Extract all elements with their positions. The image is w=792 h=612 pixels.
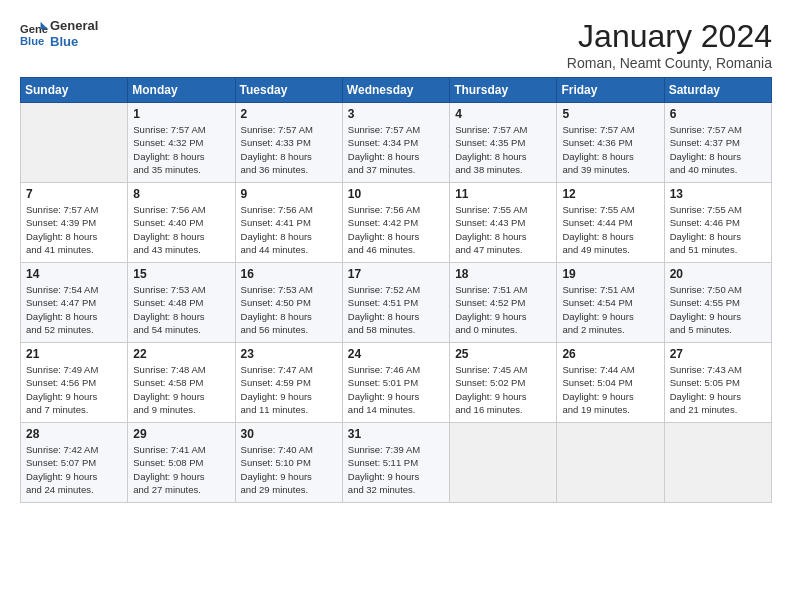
day-cell: 18Sunrise: 7:51 AM Sunset: 4:52 PM Dayli… (450, 263, 557, 343)
day-number: 26 (562, 347, 658, 361)
weekday-header-saturday: Saturday (664, 78, 771, 103)
header: General Blue General Blue January 2024 R… (20, 18, 772, 71)
day-info: Sunrise: 7:57 AM Sunset: 4:32 PM Dayligh… (133, 123, 229, 176)
day-info: Sunrise: 7:56 AM Sunset: 4:42 PM Dayligh… (348, 203, 444, 256)
weekday-header-sunday: Sunday (21, 78, 128, 103)
day-cell: 22Sunrise: 7:48 AM Sunset: 4:58 PM Dayli… (128, 343, 235, 423)
day-cell: 24Sunrise: 7:46 AM Sunset: 5:01 PM Dayli… (342, 343, 449, 423)
day-cell: 31Sunrise: 7:39 AM Sunset: 5:11 PM Dayli… (342, 423, 449, 503)
day-cell: 27Sunrise: 7:43 AM Sunset: 5:05 PM Dayli… (664, 343, 771, 423)
day-cell: 9Sunrise: 7:56 AM Sunset: 4:41 PM Daylig… (235, 183, 342, 263)
day-number: 10 (348, 187, 444, 201)
day-info: Sunrise: 7:43 AM Sunset: 5:05 PM Dayligh… (670, 363, 766, 416)
day-cell: 17Sunrise: 7:52 AM Sunset: 4:51 PM Dayli… (342, 263, 449, 343)
day-cell: 15Sunrise: 7:53 AM Sunset: 4:48 PM Dayli… (128, 263, 235, 343)
day-number: 31 (348, 427, 444, 441)
day-cell: 11Sunrise: 7:55 AM Sunset: 4:43 PM Dayli… (450, 183, 557, 263)
day-number: 9 (241, 187, 337, 201)
day-info: Sunrise: 7:47 AM Sunset: 4:59 PM Dayligh… (241, 363, 337, 416)
day-number: 20 (670, 267, 766, 281)
day-info: Sunrise: 7:42 AM Sunset: 5:07 PM Dayligh… (26, 443, 122, 496)
day-number: 30 (241, 427, 337, 441)
day-number: 11 (455, 187, 551, 201)
day-info: Sunrise: 7:51 AM Sunset: 4:52 PM Dayligh… (455, 283, 551, 336)
day-info: Sunrise: 7:39 AM Sunset: 5:11 PM Dayligh… (348, 443, 444, 496)
day-cell: 1Sunrise: 7:57 AM Sunset: 4:32 PM Daylig… (128, 103, 235, 183)
weekday-header-friday: Friday (557, 78, 664, 103)
day-cell: 5Sunrise: 7:57 AM Sunset: 4:36 PM Daylig… (557, 103, 664, 183)
day-number: 4 (455, 107, 551, 121)
logo: General Blue General Blue (20, 18, 98, 49)
day-number: 14 (26, 267, 122, 281)
day-cell: 6Sunrise: 7:57 AM Sunset: 4:37 PM Daylig… (664, 103, 771, 183)
title-block: January 2024 Roman, Neamt County, Romani… (567, 18, 772, 71)
day-info: Sunrise: 7:53 AM Sunset: 4:50 PM Dayligh… (241, 283, 337, 336)
day-cell: 20Sunrise: 7:50 AM Sunset: 4:55 PM Dayli… (664, 263, 771, 343)
calendar-subtitle: Roman, Neamt County, Romania (567, 55, 772, 71)
day-number: 22 (133, 347, 229, 361)
day-cell (450, 423, 557, 503)
day-cell: 30Sunrise: 7:40 AM Sunset: 5:10 PM Dayli… (235, 423, 342, 503)
day-info: Sunrise: 7:52 AM Sunset: 4:51 PM Dayligh… (348, 283, 444, 336)
weekday-header-tuesday: Tuesday (235, 78, 342, 103)
week-row-3: 14Sunrise: 7:54 AM Sunset: 4:47 PM Dayli… (21, 263, 772, 343)
day-cell: 4Sunrise: 7:57 AM Sunset: 4:35 PM Daylig… (450, 103, 557, 183)
day-number: 3 (348, 107, 444, 121)
day-number: 1 (133, 107, 229, 121)
weekday-header-monday: Monday (128, 78, 235, 103)
day-number: 5 (562, 107, 658, 121)
day-info: Sunrise: 7:57 AM Sunset: 4:33 PM Dayligh… (241, 123, 337, 176)
day-cell: 23Sunrise: 7:47 AM Sunset: 4:59 PM Dayli… (235, 343, 342, 423)
calendar-title: January 2024 (567, 18, 772, 55)
day-cell: 14Sunrise: 7:54 AM Sunset: 4:47 PM Dayli… (21, 263, 128, 343)
day-number: 28 (26, 427, 122, 441)
day-info: Sunrise: 7:46 AM Sunset: 5:01 PM Dayligh… (348, 363, 444, 416)
day-info: Sunrise: 7:51 AM Sunset: 4:54 PM Dayligh… (562, 283, 658, 336)
day-info: Sunrise: 7:55 AM Sunset: 4:43 PM Dayligh… (455, 203, 551, 256)
day-number: 12 (562, 187, 658, 201)
day-number: 6 (670, 107, 766, 121)
logo-general: General (50, 18, 98, 34)
page: General Blue General Blue January 2024 R… (0, 0, 792, 612)
day-number: 17 (348, 267, 444, 281)
day-info: Sunrise: 7:41 AM Sunset: 5:08 PM Dayligh… (133, 443, 229, 496)
day-cell: 2Sunrise: 7:57 AM Sunset: 4:33 PM Daylig… (235, 103, 342, 183)
weekday-header-thursday: Thursday (450, 78, 557, 103)
week-row-4: 21Sunrise: 7:49 AM Sunset: 4:56 PM Dayli… (21, 343, 772, 423)
day-cell: 25Sunrise: 7:45 AM Sunset: 5:02 PM Dayli… (450, 343, 557, 423)
week-row-1: 1Sunrise: 7:57 AM Sunset: 4:32 PM Daylig… (21, 103, 772, 183)
day-number: 15 (133, 267, 229, 281)
day-number: 19 (562, 267, 658, 281)
day-info: Sunrise: 7:57 AM Sunset: 4:35 PM Dayligh… (455, 123, 551, 176)
day-cell: 10Sunrise: 7:56 AM Sunset: 4:42 PM Dayli… (342, 183, 449, 263)
day-info: Sunrise: 7:57 AM Sunset: 4:34 PM Dayligh… (348, 123, 444, 176)
day-cell: 3Sunrise: 7:57 AM Sunset: 4:34 PM Daylig… (342, 103, 449, 183)
day-info: Sunrise: 7:44 AM Sunset: 5:04 PM Dayligh… (562, 363, 658, 416)
day-info: Sunrise: 7:56 AM Sunset: 4:41 PM Dayligh… (241, 203, 337, 256)
day-info: Sunrise: 7:50 AM Sunset: 4:55 PM Dayligh… (670, 283, 766, 336)
day-cell (664, 423, 771, 503)
day-info: Sunrise: 7:57 AM Sunset: 4:39 PM Dayligh… (26, 203, 122, 256)
day-cell: 8Sunrise: 7:56 AM Sunset: 4:40 PM Daylig… (128, 183, 235, 263)
day-number: 25 (455, 347, 551, 361)
day-info: Sunrise: 7:56 AM Sunset: 4:40 PM Dayligh… (133, 203, 229, 256)
day-number: 8 (133, 187, 229, 201)
calendar-table: SundayMondayTuesdayWednesdayThursdayFrid… (20, 77, 772, 503)
day-number: 18 (455, 267, 551, 281)
day-number: 23 (241, 347, 337, 361)
day-cell (557, 423, 664, 503)
day-info: Sunrise: 7:57 AM Sunset: 4:37 PM Dayligh… (670, 123, 766, 176)
day-cell: 21Sunrise: 7:49 AM Sunset: 4:56 PM Dayli… (21, 343, 128, 423)
logo-blue: Blue (50, 34, 98, 50)
week-row-2: 7Sunrise: 7:57 AM Sunset: 4:39 PM Daylig… (21, 183, 772, 263)
day-number: 2 (241, 107, 337, 121)
day-cell: 12Sunrise: 7:55 AM Sunset: 4:44 PM Dayli… (557, 183, 664, 263)
day-cell: 26Sunrise: 7:44 AM Sunset: 5:04 PM Dayli… (557, 343, 664, 423)
day-cell: 13Sunrise: 7:55 AM Sunset: 4:46 PM Dayli… (664, 183, 771, 263)
day-info: Sunrise: 7:49 AM Sunset: 4:56 PM Dayligh… (26, 363, 122, 416)
weekday-header-wednesday: Wednesday (342, 78, 449, 103)
day-cell (21, 103, 128, 183)
logo-icon: General Blue (20, 20, 48, 48)
day-info: Sunrise: 7:54 AM Sunset: 4:47 PM Dayligh… (26, 283, 122, 336)
day-cell: 7Sunrise: 7:57 AM Sunset: 4:39 PM Daylig… (21, 183, 128, 263)
